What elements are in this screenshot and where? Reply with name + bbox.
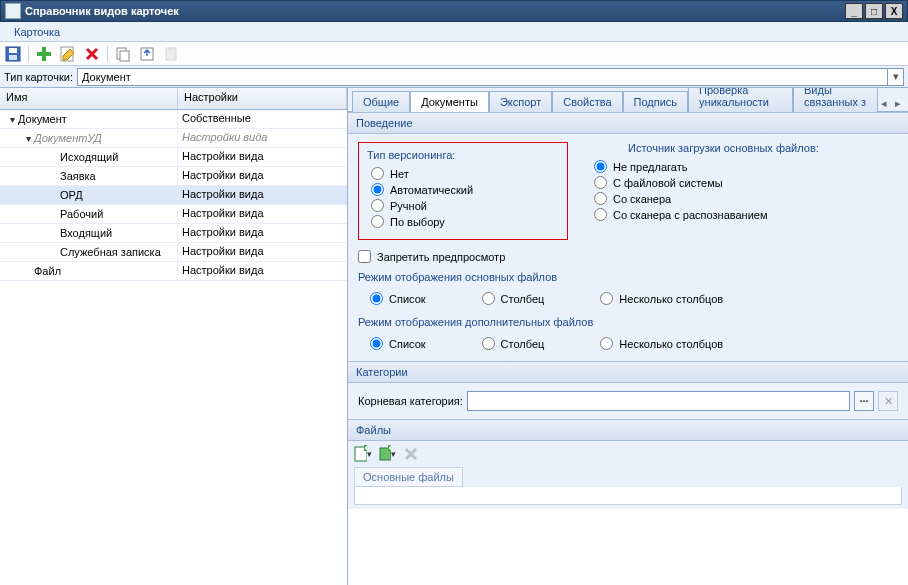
- versioning-manual[interactable]: Ручной: [371, 199, 561, 212]
- menu-card[interactable]: Карточка: [8, 24, 66, 40]
- tree-item-name: ОРД: [60, 189, 83, 201]
- tree-item-name: Файл: [34, 265, 61, 277]
- extra-mode-column[interactable]: Столбец: [482, 337, 545, 350]
- copy-icon[interactable]: [114, 45, 132, 63]
- minimize-button[interactable]: _: [845, 3, 863, 19]
- save-icon[interactable]: [4, 45, 22, 63]
- tab-5[interactable]: Проверка уникальности: [688, 88, 793, 112]
- tab-3[interactable]: Свойства: [552, 91, 622, 112]
- right-panel: ОбщиеДокументыЭкспортСвойстваПодписьПров…: [348, 88, 908, 585]
- tree-row[interactable]: ЗаявкаНастройки вида: [0, 167, 347, 186]
- root-category-label: Корневая категория:: [358, 395, 463, 407]
- root-category-clear-button[interactable]: ✕: [878, 391, 898, 411]
- tree-item-settings: Настройки вида: [178, 167, 347, 185]
- app-icon: [5, 3, 21, 19]
- extra-mode-multi[interactable]: Несколько столбцов: [600, 337, 723, 350]
- categories-header: Категории: [348, 361, 908, 383]
- radio-label: По выбору: [390, 216, 445, 228]
- tree-item-settings: Настройки вида: [178, 129, 347, 147]
- tree-row[interactable]: ОРДНастройки вида: [0, 186, 347, 205]
- radio-label: Ручной: [390, 200, 427, 212]
- tree-item-name: Рабочий: [60, 208, 103, 220]
- categories-body: Корневая категория: ··· ✕: [348, 383, 908, 419]
- tree-twisty-icon[interactable]: ▾: [22, 133, 34, 144]
- file-delete-icon[interactable]: [402, 445, 420, 463]
- extra-mode-list[interactable]: Список: [370, 337, 426, 350]
- tab-1[interactable]: Документы: [410, 91, 489, 112]
- tree-item-name: Документ: [18, 113, 67, 125]
- files-body: ▾ ▾ Основные файлы: [348, 441, 908, 509]
- versioning-choice[interactable]: По выбору: [371, 215, 561, 228]
- root-category-browse-button[interactable]: ···: [854, 391, 874, 411]
- tree-row[interactable]: ВходящийНастройки вида: [0, 224, 347, 243]
- root-category-field[interactable]: [467, 391, 850, 411]
- radio-label: С файловой системы: [613, 177, 723, 189]
- checkbox-label: Запретить предпросмотр: [377, 251, 505, 263]
- file-add-alt-icon[interactable]: ▾: [378, 445, 396, 463]
- radio-label: Список: [389, 338, 426, 350]
- versioning-box: Тип версионинга: Нет Автоматический Ручн…: [358, 142, 568, 240]
- toolbar-sep: [28, 46, 29, 62]
- maximize-button[interactable]: □: [865, 3, 883, 19]
- tab-6[interactable]: Виды связанных з: [793, 88, 878, 112]
- tree-row[interactable]: ▾ДокументСобственные: [0, 110, 347, 129]
- tree-col-name[interactable]: Имя: [0, 88, 178, 109]
- svg-rect-7: [120, 51, 129, 61]
- versioning-auto[interactable]: Автоматический: [371, 183, 561, 196]
- radio-label: Со сканера: [613, 193, 671, 205]
- radio-label: Столбец: [501, 338, 545, 350]
- tree-col-settings[interactable]: Настройки: [178, 88, 347, 109]
- source-scanner[interactable]: Со сканера: [594, 192, 898, 205]
- card-type-value: Документ: [82, 71, 131, 83]
- export-icon[interactable]: [138, 45, 156, 63]
- tab-content: Поведение Тип версионинга: Нет Автоматич…: [348, 112, 908, 585]
- files-toolbar: ▾ ▾: [354, 445, 902, 463]
- source-fs[interactable]: С файловой системы: [594, 176, 898, 189]
- main-mode-column[interactable]: Столбец: [482, 292, 545, 305]
- main-mode-multi[interactable]: Несколько столбцов: [600, 292, 723, 305]
- main-mode-list[interactable]: Список: [370, 292, 426, 305]
- tree-item-name: Служебная записка: [60, 246, 161, 258]
- files-header: Файлы: [348, 419, 908, 441]
- tab-4[interactable]: Подпись: [623, 91, 689, 112]
- radio-label: Нет: [390, 168, 409, 180]
- tree-item-settings: Настройки вида: [178, 148, 347, 166]
- tree-row[interactable]: ФайлНастройки вида: [0, 262, 347, 281]
- tree-row[interactable]: ИсходящийНастройки вида: [0, 148, 347, 167]
- tree-row[interactable]: РабочийНастройки вида: [0, 205, 347, 224]
- main-files-mode-label: Режим отображения основных файлов: [358, 271, 898, 283]
- tab-0[interactable]: Общие: [352, 91, 410, 112]
- add-icon[interactable]: [35, 45, 53, 63]
- tab-scroll-right-icon[interactable]: ▸: [892, 95, 904, 111]
- svg-rect-10: [168, 47, 174, 50]
- radio-label: Не предлагать: [613, 161, 687, 173]
- radio-label: Список: [389, 293, 426, 305]
- close-button[interactable]: X: [885, 3, 903, 19]
- tree-row[interactable]: Служебная запискаНастройки вида: [0, 243, 347, 262]
- tree-twisty-icon[interactable]: ▾: [6, 114, 18, 125]
- versioning-none[interactable]: Нет: [371, 167, 561, 180]
- source-label: Источник загрузки основных файлов:: [588, 142, 898, 154]
- tree-item-name: Входящий: [60, 227, 112, 239]
- file-add-icon[interactable]: ▾: [354, 445, 372, 463]
- radio-label: Несколько столбцов: [619, 293, 723, 305]
- titlebar: Справочник видов карточек _ □ X: [0, 0, 908, 22]
- source-noprompt[interactable]: Не предлагать: [594, 160, 898, 173]
- menu-bar: Карточка: [0, 22, 908, 42]
- paste-icon[interactable]: [162, 45, 180, 63]
- behavior-header: Поведение: [348, 112, 908, 134]
- source-scanner-ocr[interactable]: Со сканера с распознаванием: [594, 208, 898, 221]
- tab-2[interactable]: Экспорт: [489, 91, 552, 112]
- edit-icon[interactable]: [59, 45, 77, 63]
- files-main-tab[interactable]: Основные файлы: [354, 467, 463, 487]
- tree-row[interactable]: ▾ДокументУДНастройки вида: [0, 129, 347, 148]
- svg-rect-2: [9, 55, 17, 60]
- tree-item-settings: Настройки вида: [178, 186, 347, 204]
- delete-icon[interactable]: [83, 45, 101, 63]
- tab-scroll-left-icon[interactable]: ◂: [878, 95, 890, 111]
- window-title: Справочник видов карточек: [25, 5, 843, 17]
- card-type-combo[interactable]: Документ ▾: [77, 68, 904, 86]
- toolbar-sep: [107, 46, 108, 62]
- forbid-preview-checkbox[interactable]: Запретить предпросмотр: [358, 250, 898, 263]
- chevron-down-icon[interactable]: ▾: [887, 69, 903, 85]
